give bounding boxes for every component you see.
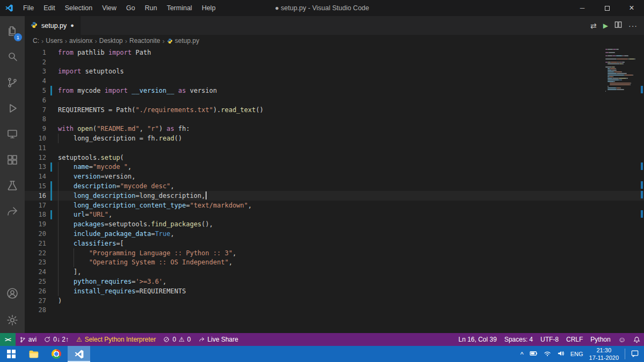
- line-number[interactable]: 22: [25, 249, 46, 257]
- language-mode[interactable]: Python: [587, 333, 614, 346]
- account-icon[interactable]: [0, 280, 25, 306]
- code-line[interactable]: 14 version=version,: [25, 172, 644, 181]
- menu-edit[interactable]: Edit: [39, 0, 60, 16]
- remote-explorer-icon[interactable]: [0, 121, 25, 147]
- code-line[interactable]: 12setuptools.setup(: [25, 153, 644, 162]
- menu-run[interactable]: Run: [140, 0, 162, 16]
- file-explorer-taskbar-icon[interactable]: [23, 346, 45, 362]
- breadcrumb-desktop[interactable]: Desktop: [99, 37, 123, 45]
- settings-gear-icon[interactable]: [0, 307, 25, 333]
- maximize-button[interactable]: [595, 0, 619, 16]
- testing-icon[interactable]: [0, 173, 25, 198]
- line-number[interactable]: 3: [25, 68, 46, 75]
- line-number[interactable]: 19: [25, 220, 46, 228]
- line-number[interactable]: 28: [25, 306, 46, 314]
- eol-status[interactable]: CRLF: [562, 333, 587, 346]
- code-line[interactable]: 6: [25, 95, 644, 105]
- indentation-status[interactable]: Spaces: 4: [501, 333, 537, 346]
- volume-icon[interactable]: [557, 350, 565, 358]
- line-number[interactable]: 7: [25, 106, 46, 114]
- line-number[interactable]: 2: [25, 58, 46, 66]
- line-number[interactable]: 10: [25, 135, 46, 142]
- menu-selection[interactable]: Selection: [60, 0, 97, 16]
- line-number[interactable]: 26: [25, 287, 46, 295]
- breadcrumb-avisionx[interactable]: avisionx: [69, 37, 92, 45]
- code-line[interactable]: 1from pathlib import Path: [25, 48, 644, 57]
- menu-view[interactable]: View: [97, 0, 121, 16]
- line-number[interactable]: 1: [25, 49, 46, 56]
- line-number[interactable]: 25: [25, 278, 46, 285]
- breadcrumb-reactonite[interactable]: Reactonite: [129, 37, 160, 45]
- clock[interactable]: 21:30 17-11-2020: [589, 346, 619, 362]
- code-line[interactable]: 28: [25, 306, 644, 315]
- line-number[interactable]: 14: [25, 173, 46, 180]
- code-line[interactable]: 11: [25, 143, 644, 153]
- minimize-button[interactable]: ─: [570, 0, 595, 16]
- line-number[interactable]: 20: [25, 230, 46, 238]
- line-number[interactable]: 18: [25, 211, 46, 218]
- battery-icon[interactable]: [530, 351, 538, 357]
- remote-indicator[interactable]: ><: [0, 333, 16, 346]
- open-changes-icon[interactable]: ⇄: [590, 21, 597, 30]
- code-line[interactable]: 24 ],: [25, 267, 644, 277]
- action-center-icon[interactable]: [631, 350, 639, 358]
- line-number[interactable]: 24: [25, 268, 46, 276]
- encoding-status[interactable]: UTF-8: [537, 333, 562, 346]
- line-number[interactable]: 9: [25, 125, 46, 132]
- extensions-icon[interactable]: [0, 147, 25, 173]
- line-number[interactable]: 4: [25, 77, 46, 85]
- run-debug-icon[interactable]: [0, 95, 25, 121]
- code-line[interactable]: 16 long_description=long_description,: [25, 191, 644, 201]
- line-number[interactable]: 6: [25, 97, 46, 104]
- code-line[interactable]: 22 "Programming Language :: Python :: 3"…: [25, 248, 644, 258]
- menu-go[interactable]: Go: [121, 0, 140, 16]
- source-control-icon[interactable]: [0, 70, 25, 95]
- notifications-bell-icon[interactable]: [630, 333, 644, 346]
- code-editor[interactable]: 1from pathlib import Path23import setupt…: [25, 47, 644, 333]
- code-line[interactable]: 17 long_description_content_type="text/m…: [25, 201, 644, 210]
- line-number[interactable]: 27: [25, 297, 46, 305]
- breadcrumb-users[interactable]: Users: [46, 37, 62, 45]
- line-number[interactable]: 12: [25, 154, 46, 161]
- language-indicator[interactable]: ENG: [570, 351, 583, 357]
- split-editor-icon[interactable]: [614, 21, 622, 30]
- line-number[interactable]: 13: [25, 163, 46, 171]
- menu-help[interactable]: Help: [197, 0, 221, 16]
- cursor-position[interactable]: Ln 16, Col 39: [455, 333, 500, 346]
- code-line[interactable]: 27): [25, 296, 644, 306]
- code-line[interactable]: 10 long_description = fh.read(): [25, 134, 644, 143]
- live-share-button[interactable]: Live Share: [195, 333, 242, 346]
- code-line[interactable]: 19 packages=setuptools.find_packages(),: [25, 219, 644, 229]
- code-line[interactable]: 20 include_package_data=True,: [25, 229, 644, 239]
- code-line[interactable]: 4: [25, 76, 644, 86]
- line-number[interactable]: 5: [25, 87, 46, 94]
- line-number[interactable]: 16: [25, 192, 46, 200]
- hidden-icons-chevron[interactable]: ^: [521, 350, 524, 358]
- close-button[interactable]: ×: [619, 0, 644, 16]
- start-button[interactable]: [0, 346, 23, 362]
- problems-status[interactable]: 0 ⚠ 0: [159, 333, 194, 346]
- code-line[interactable]: 5from mycode import __version__ as versi…: [25, 86, 644, 95]
- search-icon[interactable]: [0, 44, 25, 70]
- breadcrumb-drive[interactable]: C:: [33, 37, 39, 45]
- explorer-icon[interactable]: 1: [0, 18, 25, 44]
- python-interpreter-warning[interactable]: ⚠ Select Python Interpreter: [72, 333, 160, 346]
- code-line[interactable]: 3import setuptools: [25, 67, 644, 77]
- line-number[interactable]: 23: [25, 258, 46, 266]
- modified-dot-icon[interactable]: ●: [70, 23, 74, 28]
- more-actions-icon[interactable]: ···: [628, 21, 638, 30]
- code-line[interactable]: 25 python_requires='>=3.6',: [25, 277, 644, 286]
- minimap[interactable]: [605, 49, 636, 94]
- chrome-taskbar-icon[interactable]: [45, 346, 68, 362]
- sync-status[interactable]: 0↓ 2↑: [40, 333, 72, 346]
- code-line[interactable]: 7REQUIREMENTS = Path("./requirements.txt…: [25, 105, 644, 115]
- vscode-taskbar-icon[interactable]: [68, 346, 90, 362]
- code-line[interactable]: 21 classifiers=[: [25, 239, 644, 248]
- tab-setup-py[interactable]: setup.py ●: [25, 16, 80, 35]
- menu-terminal[interactable]: Terminal: [162, 0, 197, 16]
- overview-ruler[interactable]: [639, 47, 644, 333]
- live-share-icon[interactable]: [0, 198, 25, 224]
- code-line[interactable]: 2: [25, 57, 644, 67]
- menu-file[interactable]: File: [18, 0, 39, 16]
- feedback-smiley-icon[interactable]: ☺: [614, 333, 630, 346]
